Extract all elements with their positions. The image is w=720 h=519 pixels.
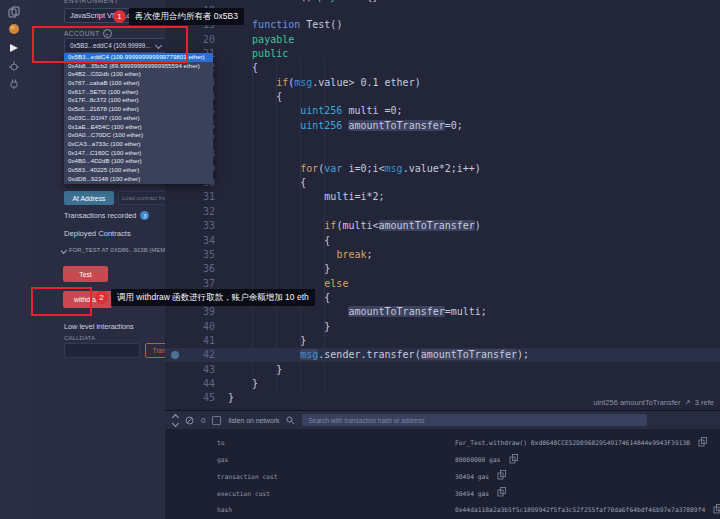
code-line: 30 { — [165, 175, 720, 189]
line-number[interactable]: 33 — [165, 220, 215, 231]
account-option[interactable]: 0xAb8...35cb2 (89.999999999999955594 eth… — [64, 62, 213, 71]
environment-label: ENVIRONMENT — [64, 0, 119, 4]
search-icon — [286, 416, 295, 425]
line-number[interactable]: 44 — [165, 378, 215, 389]
copy-icon[interactable] — [699, 439, 705, 446]
copy-icon[interactable] — [714, 507, 720, 514]
file-explorer-icon[interactable] — [7, 5, 21, 19]
account-option[interactable]: 0x17F...8c372 (100 ether) — [64, 96, 213, 105]
account-option[interactable]: 0x4B0...4D2dB (100 ether) — [64, 157, 213, 166]
account-option[interactable]: 0x0A0...C70DC (100 ether) — [64, 131, 213, 140]
clear-console-icon[interactable] — [185, 416, 194, 425]
terminal-row: toFor_Test.withdraw() 0xd8648CCE52D09682… — [165, 436, 720, 450]
at-address-button[interactable]: At Address — [64, 191, 114, 205]
editor-reference-hint: uint256 amountToTransfer ↗ 3 refe — [593, 398, 714, 407]
annotation-step-1: 1 — [113, 10, 126, 23]
terminal-row-value: 0x44da118a2a3b5f5c1899942f5fa3c52f255faf… — [455, 506, 705, 513]
code-line: 41 } — [165, 333, 720, 347]
account-option[interactable]: 0x03C...D1f47 (100 ether) — [64, 114, 213, 123]
deployed-contracts-label: Deployed Contracts — [64, 229, 131, 238]
account-option[interactable]: 0x583...40225 (100 ether) — [64, 166, 213, 175]
code-line: 25 uint256 multi =0; — [165, 104, 720, 118]
terminal-row-label: to — [217, 439, 455, 446]
account-value: 0x5B3...eddC4 (109.99999... — [70, 42, 151, 49]
account-label: ACCOUNT + — [64, 29, 112, 38]
goto-icon[interactable]: ↗ — [685, 398, 691, 407]
line-number[interactable]: 31 — [165, 191, 215, 202]
listen-network-checkbox[interactable] — [212, 416, 221, 425]
account-option[interactable]: 0xCA3...a733c (100 ether) — [64, 140, 213, 149]
code-line: 21 public — [165, 46, 720, 60]
line-number[interactable]: 20 — [165, 34, 215, 45]
code-line: 24 { — [165, 89, 720, 103]
line-number[interactable]: 45 — [165, 392, 215, 403]
code-editor[interactable]: 17 function() payable {}1819 function Te… — [165, 0, 720, 410]
code-line: 40 } — [165, 319, 720, 333]
code-line: 28 — [165, 147, 720, 161]
code-line: 19 function Test() — [165, 18, 720, 32]
terminal-toolbar: 0 listen on network — [165, 411, 720, 429]
code-line: 22 { — [165, 61, 720, 75]
code-line: 44 } — [165, 376, 720, 390]
pending-count: 0 — [201, 416, 205, 425]
terminal-search-input[interactable] — [302, 414, 647, 426]
transactions-count-badge: 3 — [140, 211, 149, 220]
expand-terminal-icon[interactable] — [173, 415, 178, 426]
line-number[interactable]: 41 — [165, 335, 215, 346]
chevron-down-icon — [155, 42, 162, 49]
calldata-input[interactable] — [64, 343, 140, 358]
account-option[interactable]: 0x5c6...21678 (100 ether) — [64, 105, 213, 114]
code-line: 35 break; — [165, 247, 720, 261]
contract-instance-label: FOR_TEST AT 0XD86...913B (MEM — [69, 247, 165, 253]
deploy-run-panel: ENVIRONMENT JavaScript VM (London) ACCOU… — [28, 0, 165, 519]
terminal-row-value: 80000000 gas — [455, 456, 501, 463]
code-line: 26 uint256 amountToTransfer=0; — [165, 118, 720, 132]
account-option[interactable]: 0x147...C160C (100 ether) — [64, 149, 213, 158]
activity-bar — [0, 0, 29, 519]
code-line: 33 if(multi<amountToTransfer) — [165, 219, 720, 233]
account-option[interactable]: 0x1aE...E454C (100 ether) — [64, 123, 213, 132]
terminal-row-label: transaction cost — [217, 473, 455, 480]
terminal-row: transaction cost30494 gas — [165, 470, 720, 484]
account-option[interactable]: 0x617...5E7f2 (100 ether) — [64, 88, 213, 97]
copy-icon[interactable] — [498, 490, 504, 497]
terminal-row-label: hash — [217, 506, 455, 513]
add-account-icon[interactable]: + — [103, 29, 112, 38]
account-select[interactable]: 0x5B3...eddC4 (109.99999... — [64, 38, 167, 53]
line-number[interactable]: 32 — [165, 206, 215, 217]
line-number[interactable]: 17 — [165, 0, 215, 2]
terminal-row-value: 30494 gas — [455, 490, 489, 497]
chevron-down-icon — [61, 246, 67, 253]
terminal-row-value: 30494 gas — [455, 473, 489, 480]
remix-ide-window: ENVIRONMENT JavaScript VM (London) ACCOU… — [0, 0, 720, 519]
deploy-run-icon[interactable] — [7, 41, 21, 55]
line-number[interactable]: 37 — [165, 278, 215, 289]
annotation-step-2: 2 — [95, 291, 108, 304]
copy-icon[interactable] — [498, 473, 504, 480]
line-number[interactable]: 43 — [165, 364, 215, 375]
line-number[interactable]: 36 — [165, 263, 215, 274]
code-line: 23 if(msg.value> 0.1 ether) — [165, 75, 720, 89]
terminal-row-value: For_Test.withdraw() 0xd8648CCE52D0968295… — [455, 439, 690, 446]
plugin-manager-icon[interactable] — [7, 77, 21, 91]
account-option[interactable]: 0xdD8...92148 (100 ether) — [64, 175, 213, 184]
solidity-compiler-icon[interactable] — [7, 22, 21, 36]
account-option[interactable]: 0x5B3...eddC4 (109.999999999999779801 et… — [64, 53, 213, 62]
debugger-icon[interactable] — [7, 59, 21, 73]
account-option[interactable]: 0x4B2...C02db (100 ether) — [64, 70, 213, 79]
code-line: 43 } — [165, 362, 720, 376]
transaction-details: toFor_Test.withdraw() 0xd8648CCE52D09682… — [165, 429, 720, 517]
line-number[interactable]: 34 — [165, 235, 215, 246]
line-number[interactable]: 40 — [165, 321, 215, 332]
line-number[interactable]: 35 — [165, 249, 215, 260]
code-lines: 17 function() payable {}1819 function Te… — [165, 0, 720, 405]
line-number[interactable]: 39 — [165, 306, 215, 317]
code-line: 29 for(var i=0;i<msg.value*2;i++) — [165, 161, 720, 175]
account-option[interactable]: 0x787...cabaB (100 ether) — [64, 79, 213, 88]
terminal-row: gas80000000 gas — [165, 453, 720, 467]
terminal-row: hash0x44da118a2a3b5f5c1899942f5fa3c52f25… — [165, 503, 720, 517]
copy-icon[interactable] — [509, 456, 515, 463]
annotation-tooltip-1: 再次使用合约所有者 0x5B3 — [129, 8, 244, 25]
annotation-tooltip-2: 调用 withdraw 函数进行取款，账户余额增加 10 eth — [111, 289, 315, 306]
test-function-button[interactable]: Test — [63, 266, 108, 282]
